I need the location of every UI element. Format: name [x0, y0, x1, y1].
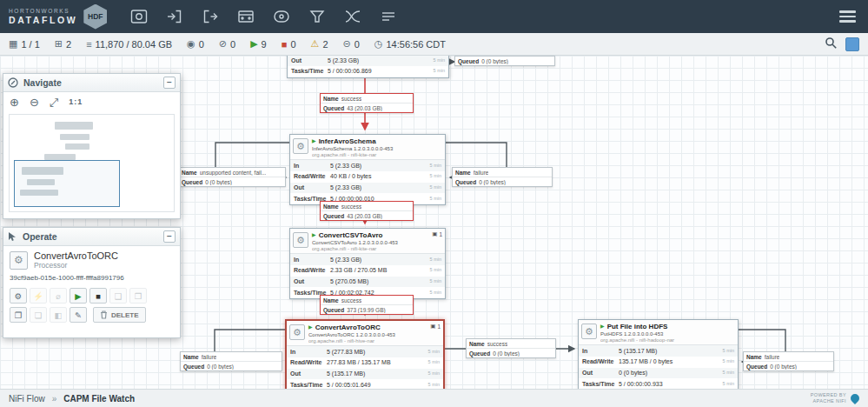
processor-bundle: org.apache.nifi - nifi-kite-nar	[312, 152, 441, 157]
queued-icon: ≡	[86, 39, 91, 50]
connection-label-success-4[interactable]: Namesuccess Queued0 (0 bytes)	[466, 338, 556, 358]
global-menu-button[interactable]	[836, 7, 859, 26]
label-key: Name	[323, 297, 339, 304]
stat-key: Tasks/Time	[290, 381, 327, 389]
stat-key: Read/Write	[294, 172, 330, 181]
connection-label-queued-top[interactable]: Queued0 (0 bytes)	[454, 56, 555, 66]
panel-toggle-button[interactable]	[845, 37, 859, 51]
label-value: 0 (0 bytes)	[207, 364, 234, 370]
running-status-icon: ▶	[308, 324, 313, 330]
search-icon[interactable]	[825, 37, 838, 51]
stat-value: 5 (2.33 GB)	[330, 256, 361, 264]
stat-key: Read/Write	[290, 358, 327, 367]
processor-type: PutHDFS 1.2.0.3.0.0.0-453	[600, 331, 734, 337]
active-threads-badge: ▣1	[430, 323, 441, 330]
label-value: success	[487, 341, 507, 347]
processor-inferavroschema[interactable]: ⚙ ▶InferAvroSchema InferAvroSchema 1.2.0…	[289, 134, 446, 205]
input-port-tool-icon[interactable]	[163, 5, 186, 28]
label-key: Name	[455, 170, 471, 176]
operate-panel: Operate − ⚙ ConvertAvroToORC Processor 3…	[3, 227, 181, 338]
processor-type: InferAvroSchema 1.2.0.3.0.0.0-453	[312, 146, 441, 151]
stat-value: 5 / 00:05:01.649	[327, 381, 371, 389]
running-value: 9	[262, 39, 267, 50]
zoom-in-icon[interactable]: ⊕	[10, 97, 19, 108]
stop-button[interactable]: ■	[89, 288, 107, 304]
connection-label-success-1[interactable]: Namesuccess Queued43 (20.03 GB)	[320, 93, 414, 113]
not-transmitting-icon: ⊘	[219, 38, 227, 50]
start-button[interactable]: ▶	[70, 288, 87, 304]
processor-partial[interactable]: Out5 (2.33 GB)5 min Tasks/Time5 / 00:00:…	[287, 56, 449, 78]
change-color-button[interactable]: ✎	[70, 307, 87, 323]
connection-label-success-3[interactable]: Namesuccess Queued373 (19.99 GB)	[320, 295, 414, 315]
zoom-fit-icon[interactable]: ⤢	[50, 97, 58, 108]
connection-label-failure-orc[interactable]: Namefailure Queued0 (0 bytes)	[180, 351, 282, 371]
processor-type: ConvertCSVToAvro 1.2.0.3.0.0.0-453	[312, 240, 441, 245]
label-value: failure	[202, 354, 217, 360]
brand: HORTONWORKS DATAFLOW HDF	[9, 4, 107, 30]
processor-type: ConvertAvroToORC 1.2.0.3.0.0.0-453	[308, 332, 440, 337]
not-transmitting-value: 0	[230, 39, 235, 50]
fill-color-button[interactable]: ◧	[50, 307, 67, 323]
remote-process-group-tool-icon[interactable]	[270, 5, 293, 28]
stat-window: 5 min	[425, 173, 441, 180]
pointer-icon	[8, 231, 17, 242]
disable-button[interactable]: ⌀	[50, 288, 67, 304]
processor-convertavrotoorc[interactable]: ⚙ ▣1 ▶ConvertAvroToORC ConvertAvroToORC …	[285, 319, 445, 389]
connection-label-failure-infer[interactable]: Namefailure Queued0 (0 bytes)	[452, 167, 553, 187]
collapse-navigate-button[interactable]: −	[163, 77, 176, 89]
label-tool-icon[interactable]	[377, 5, 400, 28]
output-port-tool-icon[interactable]	[199, 5, 222, 28]
processor-tool-icon[interactable]	[128, 5, 150, 28]
brand-bottom-label: DATAFLOW	[9, 16, 77, 25]
stat-window: 5 min	[423, 359, 440, 366]
stat-key: Read/Write	[582, 357, 619, 366]
apache-nifi-logo-icon	[849, 392, 861, 404]
stopped-value: 0	[290, 39, 295, 50]
time-value: 14:56:56 CDT	[386, 39, 445, 50]
label-key: Queued	[323, 307, 344, 313]
nifi-app: HORTONWORKS DATAFLOW HDF	[0, 0, 868, 407]
collapse-operate-button[interactable]: −	[163, 230, 176, 243]
minimap[interactable]	[9, 114, 175, 212]
stat-window: 5 min	[428, 68, 445, 75]
enable-button[interactable]: ⚡	[30, 288, 47, 304]
label-value: 0 (0 bytes)	[493, 350, 520, 357]
stat-window: 5 min	[428, 57, 445, 64]
stat-window: 5 min	[718, 358, 734, 365]
threads-icon: ⊞	[55, 38, 63, 50]
status-bar: ▦1 / 1 ⊞2 ≡11,870 / 80.04 GB ◉0 ⊘0 ▶9 ■0…	[0, 33, 868, 56]
running-icon: ▶	[250, 38, 257, 50]
stat-value: 135.17 MB / 0 bytes	[619, 357, 673, 366]
processor-puthdfs[interactable]: ⚙ ▶Put File into HDFS PutHDFS 1.2.0.3.0.…	[578, 319, 739, 389]
funnel-tool-icon[interactable]	[306, 5, 328, 28]
delete-button[interactable]: DELETE	[93, 307, 146, 323]
copy-button[interactable]: ❐	[10, 307, 27, 323]
processor-convertcsvtoavro[interactable]: ⚙ ▣1 ▶ConvertCSVToAvro ConvertCSVToAvro …	[289, 228, 446, 299]
group-button[interactable]: ❑	[109, 288, 127, 304]
label-value: 0 (0 bytes)	[479, 179, 506, 185]
connection-label-failure-hdfs[interactable]: Namefailure Queued0 (0 bytes)	[743, 351, 834, 371]
zoom-out-icon[interactable]: ⊖	[30, 97, 39, 108]
stat-value: 5 (2.33 GB)	[328, 57, 359, 65]
stat-value: 5 (135.17 MB)	[619, 347, 657, 356]
process-group-tool-icon[interactable]	[235, 5, 257, 28]
label-value: failure	[765, 354, 780, 360]
template-tool-icon[interactable]	[341, 5, 364, 28]
configure-button[interactable]: ⚙	[10, 288, 27, 304]
minimap-viewport[interactable]	[14, 160, 120, 207]
connection-label-unsupported[interactable]: Nameunsupported content, fail... Queued0…	[178, 167, 286, 187]
stat-value: 5 / 00:00:00.933	[619, 380, 663, 389]
processor-name: InferAvroSchema	[319, 137, 376, 145]
actual-size-icon[interactable]: 1:1	[69, 98, 83, 106]
stat-value: 277.83 MB / 135.17 MB	[327, 358, 391, 367]
flow-canvas[interactable]: Out5 (2.33 GB)5 min Tasks/Time5 / 00:00:…	[0, 56, 868, 389]
connection-label-success-2[interactable]: Namesuccess Queued43 (20.03 GB)	[320, 201, 414, 221]
paste-button[interactable]: ❏	[30, 307, 47, 323]
label-value: success	[341, 204, 361, 210]
create-template-button[interactable]: ❒	[129, 288, 147, 304]
stat-key: In	[294, 256, 330, 264]
breadcrumb-root[interactable]: NiFi Flow	[9, 394, 45, 404]
running-status-icon: ▶	[312, 232, 316, 237]
not-transmitting-count: ⊘0	[219, 38, 235, 50]
powered-by-line2: APACHE NIFI	[811, 398, 846, 404]
